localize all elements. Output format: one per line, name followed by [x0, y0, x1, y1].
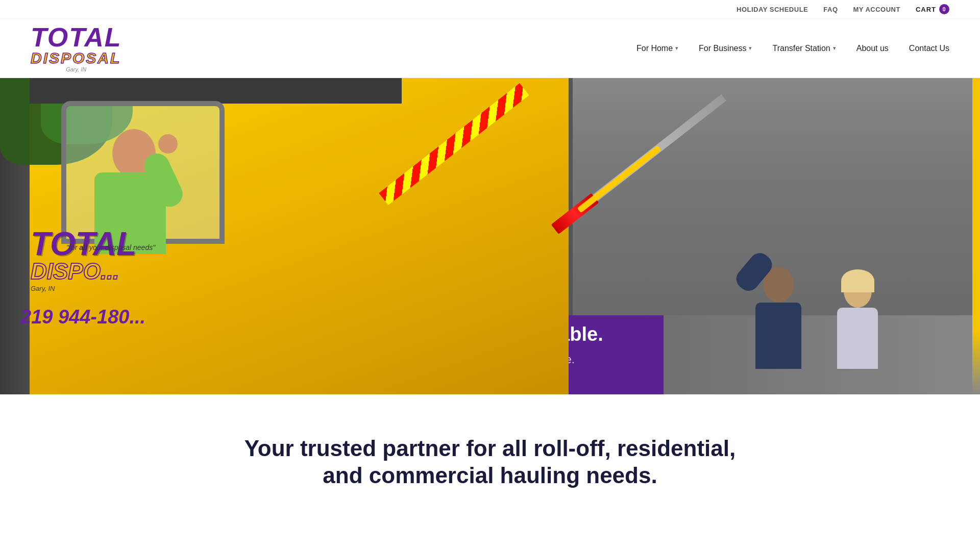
- holiday-schedule-link[interactable]: HOLIDAY SCHEDULE: [737, 6, 808, 13]
- truck-phone: 219 944-180...: [20, 306, 145, 328]
- top-bar: HOLIDAY SCHEDULE FAQ MY ACCOUNT CART 0: [0, 0, 980, 19]
- chevron-down-icon: ▾: [833, 45, 836, 52]
- truck-branding: TOTAL DISPO... Gary, IN: [31, 228, 136, 292]
- faq-link[interactable]: FAQ: [823, 6, 838, 13]
- driver-hand: [158, 134, 178, 154]
- person-woman: [837, 274, 878, 369]
- nav-for-home[interactable]: For Home ▾: [636, 44, 678, 53]
- main-nav: For Home ▾ For Business ▾ Transfer Stati…: [163, 44, 950, 53]
- cart-count-badge: 0: [939, 4, 949, 14]
- truck-roof: [30, 78, 402, 104]
- person-man: [755, 267, 801, 369]
- cart-label: CART: [916, 6, 936, 13]
- right-edge-stripe: [972, 78, 980, 394]
- hero-section: TOTAL DISPO... Gary, IN 219 944-180... "…: [0, 78, 980, 394]
- logo-tagline: Gary, IN: [31, 67, 122, 72]
- chevron-down-icon: ▾: [749, 45, 752, 52]
- nav-about-us[interactable]: About us: [856, 44, 889, 53]
- logo-total: TOTAL: [31, 24, 122, 51]
- truck-tagline: "for all your disposal needs": [66, 243, 155, 252]
- logo-disposal: DISPOSAL: [31, 51, 122, 66]
- my-account-link[interactable]: MY ACCOUNT: [853, 6, 900, 13]
- below-hero-headline: Your trusted partner for all roll-off, r…: [102, 435, 878, 489]
- nav-transfer-station[interactable]: Transfer Station ▾: [772, 44, 836, 53]
- nav-for-business[interactable]: For Business ▾: [699, 44, 752, 53]
- chevron-down-icon: ▾: [675, 45, 678, 52]
- nav-contact-us[interactable]: Contact Us: [909, 44, 949, 53]
- logo[interactable]: TOTAL DISPOSAL Gary, IN: [31, 24, 122, 72]
- below-hero-section: Your trusted partner for all roll-off, r…: [0, 394, 980, 510]
- header: TOTAL DISPOSAL Gary, IN For Home ▾ For B…: [0, 19, 980, 78]
- cart-button[interactable]: CART 0: [916, 4, 949, 14]
